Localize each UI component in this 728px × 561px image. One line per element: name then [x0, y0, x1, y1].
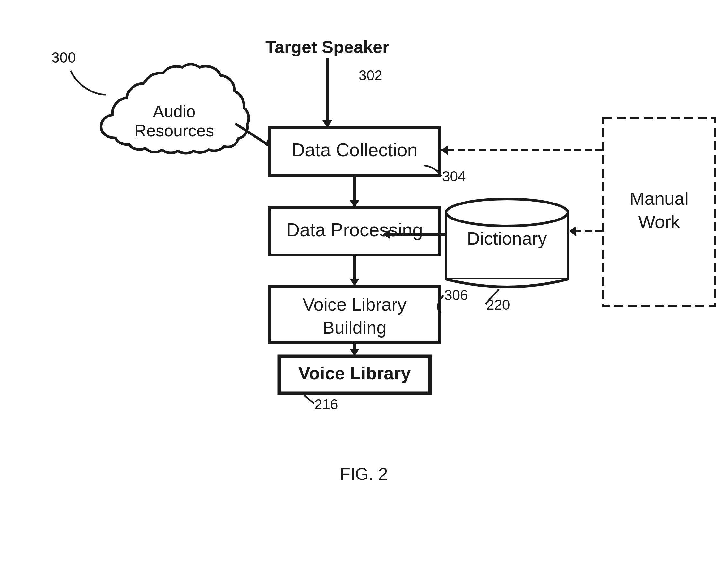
clean-diagram: 300 Audio Resources Target Speaker 302 D…	[0, 0, 728, 561]
dictionary-top	[446, 199, 568, 226]
label-306: 306	[444, 287, 468, 303]
label-300: 300	[51, 49, 76, 66]
voice-library-text: Voice Library	[298, 363, 411, 383]
fig-caption: FIG. 2	[340, 464, 388, 483]
manual-work-line1: Manual	[630, 188, 689, 209]
voice-library-building-line2: Building	[322, 317, 386, 338]
target-speaker-label: Target Speaker	[265, 37, 389, 56]
voice-library-building-line1: Voice Library	[303, 294, 407, 315]
manual-work-line2: Work	[638, 211, 680, 232]
data-processing-text: Data Processing	[286, 219, 423, 240]
audio-resources-line2: Resources	[134, 121, 214, 140]
data-collection-text: Data Collection	[291, 139, 417, 160]
label-302: 302	[359, 67, 382, 83]
label-216: 216	[314, 396, 338, 412]
dictionary-text: Dictionary	[467, 228, 547, 248]
label-304: 304	[442, 168, 466, 184]
audio-resources-line1: Audio	[153, 102, 196, 121]
